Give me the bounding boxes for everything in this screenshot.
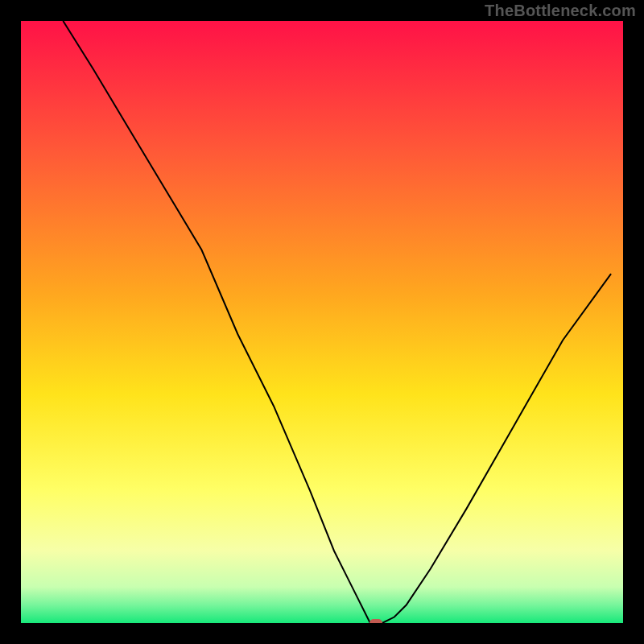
- bottleneck-curve: [21, 21, 623, 623]
- plot-area: [21, 21, 623, 623]
- watermark-text: TheBottleneck.com: [485, 2, 636, 20]
- optimal-point-marker: [369, 619, 382, 623]
- chart-frame: TheBottleneck.com: [0, 0, 644, 644]
